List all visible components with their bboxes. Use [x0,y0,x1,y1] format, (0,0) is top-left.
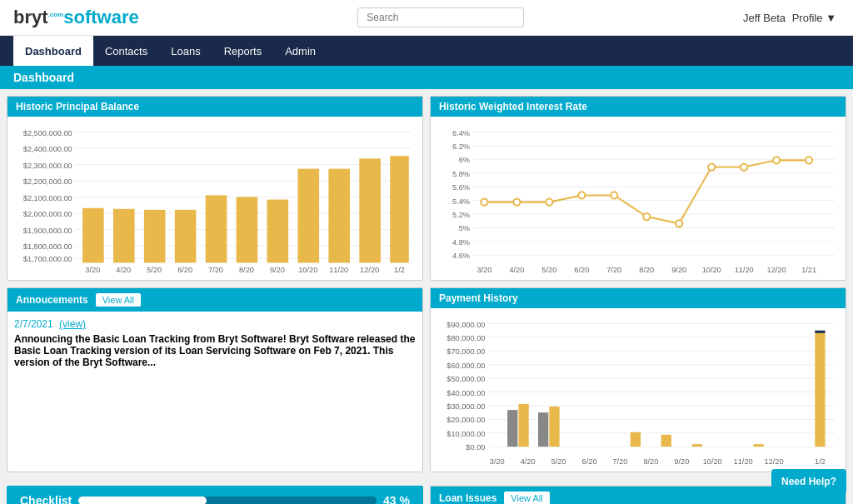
svg-text:8/20: 8/20 [639,266,654,274]
svg-text:$10,000.00: $10,000.00 [446,430,485,438]
payment-history-panel: Payment History $90,000.00 $80,000.00 $7… [430,287,846,472]
logo-text: bryt.comsoftware [13,7,139,27]
svg-text:7/20: 7/20 [208,266,223,274]
announcement-headline-text: Announcing the Basic Loan Tracking from … [14,333,287,345]
svg-point-62 [546,199,552,206]
svg-text:$1,900,000.00: $1,900,000.00 [23,227,72,235]
announcement-date-text: 2/7/2021 [14,318,53,330]
svg-point-64 [611,192,617,198]
svg-text:$2,000,000.00: $2,000,000.00 [23,210,72,218]
svg-text:5.6%: 5.6% [452,183,470,192]
svg-rect-103 [518,404,528,447]
svg-text:$50,000.00: $50,000.00 [446,375,485,383]
svg-point-60 [481,199,487,206]
svg-rect-104 [538,412,548,447]
svg-text:$80,000.00: $80,000.00 [446,334,485,342]
payment-history-header: Payment History [431,288,846,308]
svg-text:9/20: 9/20 [671,266,686,274]
svg-text:1/2: 1/2 [394,266,405,274]
svg-rect-20 [144,210,166,263]
payment-history-body: $90,000.00 $80,000.00 $70,000.00 $60,000… [431,308,846,472]
nav-item-admin[interactable]: Admin [273,36,327,66]
checklist-row: Checklist 43 % [20,494,410,504]
historic-principal-body: $2,500,000.00 $2,400,000.00 $2,300,000.0… [7,117,422,280]
svg-rect-25 [297,169,319,263]
profile-link[interactable]: Profile ▼ [792,12,836,24]
svg-point-65 [643,213,650,220]
main-grid: Historic Principal Balance $2,500,000.00… [0,89,853,486]
svg-point-67 [708,163,715,170]
svg-text:10/20: 10/20 [703,457,722,466]
svg-rect-22 [206,195,227,262]
svg-rect-19 [113,209,135,263]
historic-interest-title: Historic Weighted Interest Rate [439,101,587,112]
svg-text:$2,400,000.00: $2,400,000.00 [23,145,72,153]
svg-text:6/20: 6/20 [582,457,597,466]
search-input[interactable] [357,7,524,27]
loan-issues-view-all[interactable]: View All [503,491,550,504]
svg-rect-110 [815,333,825,447]
historic-principal-panel: Historic Principal Balance $2,500,000.00… [7,96,423,281]
svg-point-70 [806,157,812,163]
svg-text:$2,500,000.00: $2,500,000.00 [23,129,72,137]
svg-text:7/20: 7/20 [612,457,627,466]
historic-interest-panel: Historic Weighted Interest Rate 6.4% 6.2… [430,96,846,281]
svg-rect-109 [753,444,763,447]
svg-point-66 [676,220,682,227]
historic-interest-chart: 6.4% 6.2% 6% 5.8% 5.6% 5.4% 5.2% 5% 4.8%… [437,123,839,273]
svg-text:$2,100,000.00: $2,100,000.00 [23,194,72,202]
svg-rect-18 [82,208,104,263]
svg-rect-27 [359,158,381,262]
svg-rect-24 [267,200,289,263]
svg-text:$70,000.00: $70,000.00 [446,347,485,356]
svg-text:3/20: 3/20 [85,266,100,274]
svg-point-61 [513,199,520,206]
page-title: Dashboard [0,66,853,89]
svg-point-63 [578,192,585,198]
svg-text:4.6%: 4.6% [452,252,470,260]
svg-text:4.8%: 4.8% [452,238,470,247]
svg-text:8/20: 8/20 [239,266,254,274]
svg-point-68 [741,163,747,170]
announcements-view-all[interactable]: View All [95,292,142,307]
nav-item-dashboard[interactable]: Dashboard [13,36,93,66]
svg-text:5/20: 5/20 [147,266,162,274]
user-area: Jeff Beta Profile ▼ [743,12,840,24]
historic-interest-header: Historic Weighted Interest Rate [431,97,846,117]
svg-text:4/20: 4/20 [116,266,131,274]
nav-item-reports[interactable]: Reports [212,36,274,66]
user-name: Jeff Beta [743,12,786,24]
svg-text:$0.00: $0.00 [466,443,485,452]
svg-text:12/20: 12/20 [767,266,786,274]
announcements-title: Annoucements [16,294,88,306]
svg-text:12/20: 12/20 [765,457,784,466]
announcement-view-link[interactable]: (view) [59,318,86,330]
svg-text:5/20: 5/20 [541,266,556,274]
svg-rect-102 [507,410,517,447]
svg-text:3/20: 3/20 [490,457,505,466]
svg-text:5%: 5% [459,224,470,232]
svg-point-69 [773,157,780,163]
svg-text:11/20: 11/20 [734,457,753,466]
svg-text:9/20: 9/20 [674,457,689,466]
svg-text:5/20: 5/20 [551,457,566,466]
nav-item-loans[interactable]: Loans [159,36,212,66]
svg-text:11/20: 11/20 [329,266,348,274]
payment-history-title: Payment History [439,292,518,304]
need-help-button[interactable]: Need Help? [771,469,846,494]
svg-rect-21 [175,210,197,263]
svg-text:10/20: 10/20 [298,266,317,274]
svg-text:5.8%: 5.8% [452,170,470,178]
progress-bar-fill [78,497,207,504]
nav-bar: Dashboard Contacts Loans Reports Admin [0,36,853,66]
announcement-date: 2/7/2021 (view) [14,318,416,330]
svg-text:6%: 6% [459,156,470,164]
logo-suffix: software [63,7,138,27]
svg-text:6/20: 6/20 [574,266,589,274]
checklist-percent: 43 % [383,494,410,504]
checklist-label: Checklist [20,494,72,504]
svg-rect-107 [661,435,671,447]
svg-text:$90,000.00: $90,000.00 [446,321,485,329]
svg-text:$1,800,000.00: $1,800,000.00 [23,242,72,251]
nav-item-contacts[interactable]: Contacts [93,36,159,66]
